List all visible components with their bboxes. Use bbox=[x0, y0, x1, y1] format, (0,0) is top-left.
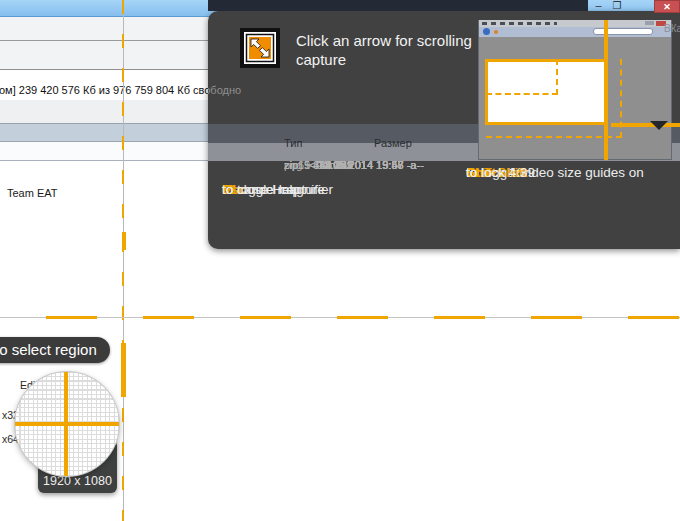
preview-back-icon bbox=[483, 28, 490, 35]
disk-free-space-label: [том] 239 420 576 Кб из 976 759 804 Кб с… bbox=[0, 84, 241, 96]
select-region-tooltip: to select region bbox=[0, 337, 110, 363]
vertical-guide-thick-segment bbox=[121, 343, 126, 397]
background-text-fragment: ВКа bbox=[664, 23, 680, 34]
scrolling-capture-icon[interactable] bbox=[240, 28, 280, 68]
minimize-button[interactable]: – bbox=[591, 0, 606, 13]
close-button[interactable]: ✕ bbox=[654, 0, 680, 13]
preview-horizontal-guide-extension bbox=[611, 123, 680, 127]
preview-vertical-guide bbox=[604, 20, 608, 160]
left-pane-label: Team EAT bbox=[7, 187, 58, 199]
preview-reload-icon bbox=[494, 30, 498, 34]
hint-text: to close Help bbox=[222, 182, 300, 197]
restore-button[interactable]: ❐ bbox=[609, 0, 625, 13]
screen: [том] 239 420 576 Кб из 976 759 804 Кб с… bbox=[0, 0, 680, 521]
column-header-size: Размер bbox=[374, 137, 412, 149]
dimmed-disk-info: [том] 239 420 576 Кб из 976 759 804 Кб с… bbox=[208, 84, 241, 96]
capture-caption: Click an arrow for scrolling capture bbox=[296, 31, 474, 69]
preview-menu-text bbox=[482, 22, 557, 25]
horizontal-guide-dashes bbox=[0, 316, 680, 319]
file-date-cell: 13.05.2014 19:47 -a-- bbox=[318, 159, 424, 171]
lens-vertical-crosshair bbox=[64, 372, 68, 476]
pixel-magnifier-lens bbox=[15, 372, 119, 476]
resolution-label: 1920 x 1080 bbox=[43, 474, 112, 493]
column-header-type: Тип bbox=[284, 137, 302, 149]
preview-search-field bbox=[593, 28, 653, 35]
vertical-guide-dashes bbox=[122, 0, 124, 521]
dimmed-titlebar-strip bbox=[208, 0, 588, 11]
vertical-guide-segment bbox=[122, 232, 126, 250]
dropdown-arrow-icon bbox=[650, 121, 668, 130]
aspect-guide-large bbox=[486, 59, 622, 138]
hint-text: to lock 4:3 bbox=[466, 165, 528, 180]
preview-window-buttons bbox=[645, 21, 654, 25]
